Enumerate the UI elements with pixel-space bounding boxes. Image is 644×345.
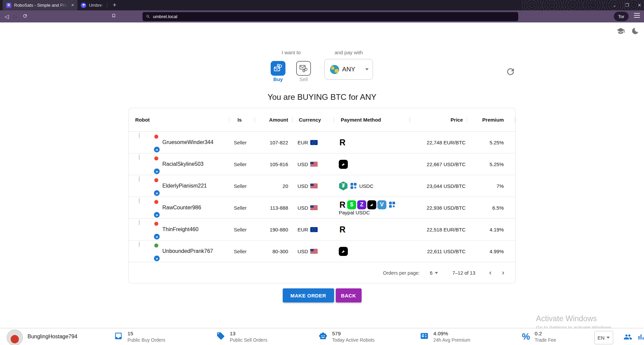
flag-icon — [310, 140, 318, 145]
tab-title: Umbrel — [89, 3, 103, 8]
back-icon[interactable]: ◁ — [5, 13, 9, 20]
table-row[interactable]: » RacialSkyline503 Seller 105-816 USD 22… — [129, 153, 515, 175]
currency-cell: USD — [298, 205, 308, 211]
currency-cell: EUR — [298, 227, 308, 232]
venmo-icon: V — [377, 200, 386, 209]
table-row[interactable]: » ThinFreight460 Seller 190-880 EUR R 22… — [129, 219, 515, 240]
previous-page-button[interactable] — [484, 267, 497, 279]
next-page-button[interactable] — [497, 267, 509, 279]
buy-label: Buy — [271, 76, 285, 82]
new-tab-button[interactable]: + — [109, 2, 120, 9]
table-pagination: Orders per page: 6 7–12 of 13 — [129, 262, 515, 283]
column-header-currency[interactable]: Currency — [292, 108, 334, 131]
column-header-premium[interactable]: Premium — [467, 108, 515, 131]
tab-title: RoboSats - Simple and Private Bit — [14, 3, 68, 8]
dark-mode-icon[interactable] — [631, 27, 639, 37]
user-nickname: BunglingHostage794 — [28, 334, 77, 340]
window-controls: ⌄ ❐ ✕ — [613, 0, 641, 10]
status-badge — [154, 200, 158, 204]
robosats-favicon: R — [6, 3, 11, 8]
exchange-summary-icon[interactable] — [637, 333, 644, 343]
stat-trade-fee: % 0.2Trade Fee — [522, 331, 556, 343]
back-button[interactable]: BACK — [336, 288, 362, 302]
tab-umbrel[interactable]: ☂ Umbrel — [77, 0, 106, 10]
column-header-is[interactable]: Is — [229, 108, 255, 131]
forward-icon[interactable]: ▷ — [13, 13, 17, 20]
search-icon — [146, 14, 150, 19]
price-cell: 22,518 EUR/BTC — [410, 227, 467, 232]
avatar: » — [139, 176, 158, 196]
is-cell: Seller — [229, 249, 255, 254]
price-cell: 22,611 USD/BTC — [410, 249, 467, 254]
column-header-robot[interactable]: Robot — [129, 108, 229, 131]
table-row[interactable]: » GruesomeWinder344 Seller 107-822 EUR R… — [129, 132, 515, 153]
zelle-icon: Z — [357, 200, 366, 209]
double-chevron-badge: » — [153, 190, 160, 197]
strike-icon — [367, 200, 376, 209]
is-cell: Seller — [229, 161, 255, 167]
close-tab-icon[interactable]: ✕ — [71, 3, 74, 7]
revolut-icon: R — [339, 200, 346, 209]
currency-cell: EUR — [298, 140, 308, 145]
buy-toggle-button[interactable] — [271, 61, 285, 76]
flag-icon — [310, 205, 318, 210]
learn-icon[interactable] — [616, 27, 625, 37]
is-cell: Seller — [229, 140, 255, 145]
bookmark-icon[interactable] — [111, 13, 116, 20]
make-order-button[interactable]: MAKE ORDER — [283, 288, 334, 302]
inbox-icon — [114, 332, 123, 342]
is-cell: Seller — [229, 227, 255, 232]
sell-envelope-icon — [299, 63, 309, 73]
bottom-status-bar: BunglingHostage794 15Public Buy Orders 1… — [0, 328, 644, 345]
table-row[interactable]: » UnboundedPrank767 Seller 80-300 USD 22… — [129, 240, 515, 262]
table-row[interactable]: » RawCounter986 Seller 113-888 USD R$ZV … — [129, 197, 515, 219]
robot-name: RawCounter986 — [162, 205, 201, 211]
currency-select[interactable]: ANY — [324, 59, 373, 80]
tag-icon — [216, 332, 225, 342]
double-chevron-badge: » — [153, 146, 160, 153]
order-book-table: Robot Is Amount Currency Payment Method … — [128, 108, 516, 283]
language-select[interactable]: EN — [594, 331, 613, 344]
chevron-down-icon — [606, 337, 610, 339]
table-row[interactable]: » ElderlyPianism221 Seller 20 USD ₮USDC … — [129, 175, 515, 197]
robot-name: ElderlyPianism221 — [162, 183, 207, 189]
is-cell: Seller — [229, 205, 255, 211]
url-text: umbrel.local — [153, 14, 177, 19]
amount-cell: 113-888 — [255, 205, 292, 211]
community-icon[interactable] — [623, 333, 633, 343]
sell-label: Sell — [296, 76, 311, 82]
avatar: » — [139, 133, 158, 152]
price-cell: 23,044 USD/BTC — [410, 183, 467, 189]
refresh-icon — [505, 67, 516, 77]
per-page-select[interactable]: 6 — [430, 270, 438, 276]
browser-tab-bar: R RoboSats - Simple and Private Bit ✕ ☂ … — [0, 0, 644, 10]
status-badge — [154, 156, 158, 160]
menu-icon[interactable] — [634, 13, 640, 18]
table-header: Robot Is Amount Currency Payment Method … — [129, 108, 515, 132]
premium-cell: 5.25% — [467, 161, 515, 167]
column-header-price[interactable]: Price — [410, 108, 467, 131]
minimize-icon[interactable]: ⌄ — [613, 3, 616, 8]
column-header-payment-method[interactable]: Payment Method — [334, 108, 410, 131]
payment-method-text: Paypal USDC — [339, 210, 410, 215]
reload-icon[interactable] — [22, 13, 28, 20]
column-header-amount[interactable]: Amount — [255, 108, 292, 131]
tor-button[interactable]: Tor — [614, 12, 629, 21]
premium-cell: 5.25% — [467, 140, 515, 145]
premium-cell: 4.99% — [467, 249, 515, 254]
page-title: You are BUYING BTC for ANY — [0, 92, 644, 102]
revolut-icon: R — [339, 138, 346, 147]
restore-icon[interactable]: ❐ — [625, 3, 629, 8]
user-avatar[interactable] — [7, 330, 23, 345]
screen: R RoboSats - Simple and Private Bit ✕ ☂ … — [0, 0, 644, 345]
close-window-icon[interactable]: ✕ — [638, 3, 641, 8]
amount-cell: 80-300 — [255, 249, 292, 254]
avatar: » — [139, 242, 158, 261]
refresh-button[interactable] — [504, 65, 517, 78]
avatar: » — [139, 154, 158, 174]
sell-toggle-button[interactable] — [296, 61, 311, 76]
and-pay-with-label: and pay with — [324, 50, 373, 55]
tab-robosats[interactable]: R RoboSats - Simple and Private Bit ✕ — [3, 0, 77, 10]
chevron-down-icon — [365, 68, 369, 70]
url-bar[interactable]: umbrel.local — [143, 12, 518, 21]
